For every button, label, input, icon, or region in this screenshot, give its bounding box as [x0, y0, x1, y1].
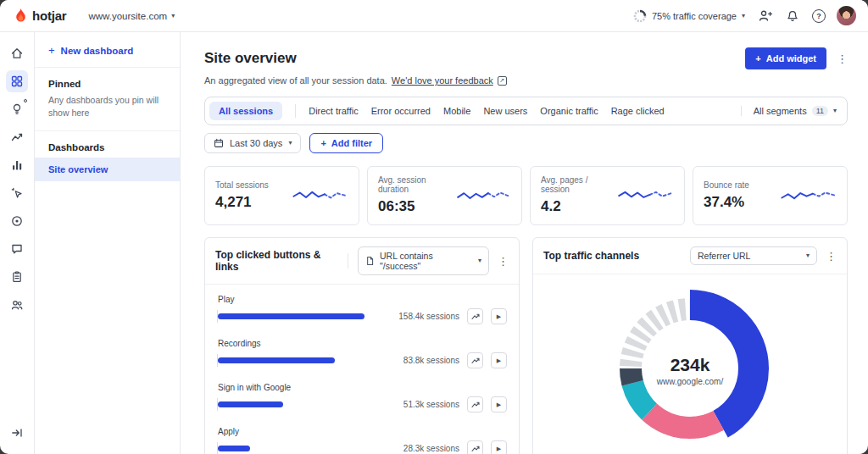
- stat-card-avg-session-duration[interactable]: Avg. session duration 06:35: [367, 166, 522, 225]
- view-trend-button[interactable]: [467, 308, 483, 324]
- page-menu-button[interactable]: ⋮: [837, 53, 848, 64]
- person-plus-icon: [758, 8, 772, 23]
- stat-label: Avg. session duration: [378, 175, 457, 194]
- play-icon: ▶: [497, 313, 501, 320]
- stat-card-total-sessions[interactable]: Total sessions 4,271: [204, 166, 359, 225]
- referrer-dropdown[interactable]: Referrer URL ▾: [690, 246, 817, 265]
- trend-icon: [471, 445, 480, 453]
- play-recordings-button[interactable]: ▶: [491, 308, 507, 324]
- url-filter-dropdown[interactable]: URL contains "/success" ▾: [358, 246, 489, 275]
- rail-surveys-button[interactable]: [6, 266, 28, 288]
- chevron-down-icon: ▾: [806, 252, 810, 259]
- link-label: Recordings: [218, 339, 507, 348]
- url-filter-label: URL contains "/success": [380, 251, 473, 271]
- chevron-down-icon: ▾: [171, 13, 175, 19]
- bar: [218, 313, 364, 319]
- avatar[interactable]: [837, 6, 856, 25]
- segment-direct-traffic[interactable]: Direct traffic: [309, 106, 358, 116]
- segment-mobile[interactable]: Mobile: [443, 106, 470, 116]
- stat-label: Total sessions: [215, 180, 269, 190]
- view-trend-button[interactable]: [467, 440, 483, 454]
- brand-name: hotjar: [32, 8, 66, 23]
- sessions-count: 158.4k sessions: [388, 312, 459, 321]
- donut-svg: [609, 288, 771, 449]
- sparkline-chart: [457, 188, 511, 202]
- notifications-button[interactable]: [784, 8, 801, 25]
- bar-track: [217, 310, 381, 323]
- add-filter-button[interactable]: + Add filter: [309, 133, 383, 153]
- rail-dashboards-button[interactable]: [6, 70, 28, 92]
- chevron-down-icon: ▾: [288, 140, 292, 147]
- rail-trends-button[interactable]: [6, 126, 28, 148]
- invite-user-button[interactable]: [756, 8, 773, 25]
- sidebar: + New dashboard Pinned Any dashboards yo…: [35, 32, 181, 454]
- subtitle-text: An aggregated view of all your session d…: [204, 75, 387, 86]
- pinned-header: Pinned: [35, 68, 180, 94]
- view-trend-button[interactable]: [467, 396, 483, 412]
- play-recordings-button[interactable]: ▶: [491, 352, 507, 368]
- hotjar-logo[interactable]: hotjar: [14, 8, 66, 24]
- chat-bubble-icon: [10, 242, 24, 256]
- traffic-coverage-menu[interactable]: 75% traffic coverage ▾: [633, 9, 745, 23]
- stat-card-bounce-rate[interactable]: Bounce rate 37.4%: [693, 166, 848, 225]
- site-selector-label: www.yoursite.com: [88, 11, 167, 21]
- view-trend-button[interactable]: [467, 352, 483, 368]
- cursor-click-icon: [10, 186, 24, 200]
- widget-menu-button[interactable]: ⋮: [826, 251, 837, 262]
- sparkline-chart: [292, 188, 348, 202]
- date-range-dropdown[interactable]: Last 30 days ▾: [204, 133, 301, 153]
- segments-count-badge: 11: [812, 106, 828, 116]
- rail-feedback-button[interactable]: [6, 238, 28, 260]
- rail-insights-button[interactable]: [6, 98, 28, 120]
- traffic-channels-widget: Top traffic channels Referrer URL ▾ ⋮ 23…: [532, 237, 848, 454]
- segment-rage-clicked[interactable]: Rage clicked: [611, 106, 665, 116]
- help-button[interactable]: ?: [812, 9, 826, 23]
- page-actions: + Add widget ⋮: [745, 47, 848, 69]
- rail-home-button[interactable]: [6, 42, 28, 64]
- donut-chart[interactable]: 234k www.google.com/: [609, 288, 771, 452]
- collapse-arrow-icon: [10, 426, 24, 440]
- segment-chip-all-sessions[interactable]: All sessions: [209, 102, 282, 120]
- list-item: Sign in with Google 51.3k sessions ▶: [217, 383, 507, 412]
- chevron-down-icon: ▾: [742, 13, 745, 19]
- chevron-down-icon: ▾: [478, 257, 481, 264]
- all-segments-dropdown[interactable]: All segments 11 ▾: [741, 106, 837, 116]
- main-content: Site overview + Add widget ⋮ An aggregat…: [181, 32, 868, 454]
- rail-collapse-button[interactable]: [6, 422, 28, 444]
- sidebar-item-site-overview[interactable]: Site overview: [35, 158, 180, 181]
- plus-icon: +: [755, 53, 760, 64]
- bar: [218, 401, 283, 407]
- calendar-icon: [214, 138, 224, 148]
- date-range-label: Last 30 days: [230, 138, 282, 148]
- top-clicked-header: Top clicked buttons & links URL contains…: [205, 238, 519, 285]
- bar-track: [217, 398, 381, 411]
- beta-badge: [24, 99, 27, 102]
- header-divider: [348, 253, 348, 269]
- segment-error-occurred[interactable]: Error occurred: [371, 106, 431, 116]
- play-icon: ▶: [497, 401, 501, 408]
- stat-card-avg-pages-session[interactable]: Avg. pages / session 4.2: [530, 166, 685, 225]
- add-widget-button[interactable]: + Add widget: [745, 47, 826, 69]
- bar: [218, 357, 335, 363]
- play-recordings-button[interactable]: ▶: [491, 396, 507, 412]
- segment-organic-traffic[interactable]: Organic traffic: [540, 106, 598, 116]
- sessions-count: 28.3k sessions: [388, 444, 459, 453]
- bar-track: [217, 354, 381, 367]
- rail-metrics-button[interactable]: [6, 154, 28, 176]
- users-icon: [10, 298, 24, 312]
- feedback-link[interactable]: We'd love your feedback: [392, 75, 493, 86]
- page-subtitle: An aggregated view of all your session d…: [204, 75, 848, 86]
- chevron-down-icon: ▾: [833, 108, 837, 114]
- rail-heatmaps-button[interactable]: [6, 182, 28, 204]
- segment-new-users[interactable]: New users: [483, 106, 527, 116]
- filter-row: Last 30 days ▾ + Add filter: [204, 133, 848, 153]
- coverage-spinner-icon: [633, 9, 647, 23]
- rail-users-button[interactable]: [6, 294, 28, 316]
- page-header: Site overview + Add widget ⋮: [204, 47, 848, 69]
- referrer-label: Referrer URL: [698, 251, 750, 261]
- widget-menu-button[interactable]: ⋮: [498, 256, 509, 267]
- rail-recordings-button[interactable]: [6, 210, 28, 232]
- play-recordings-button[interactable]: ▶: [491, 440, 507, 454]
- site-selector[interactable]: www.yoursite.com ▾: [88, 11, 175, 21]
- new-dashboard-button[interactable]: + New dashboard: [35, 32, 180, 68]
